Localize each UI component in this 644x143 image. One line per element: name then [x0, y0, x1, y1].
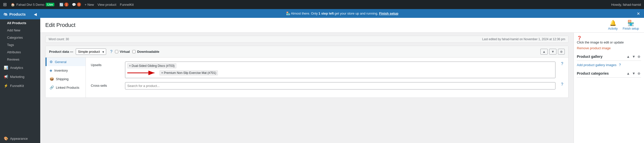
cross-sells-search-input[interactable] [125, 82, 555, 89]
gallery-section-controls: ▲ ▼ ⊕ [626, 54, 641, 59]
product-data-nav: ⚙ General ◈ Inventory 📦 Shipping [46, 58, 86, 98]
marketing-label: Marketing [10, 75, 24, 79]
admin-bar-items: 🔄 1 💬 0 + New View product FunnelKit [59, 3, 134, 7]
product-data-help-icon[interactable]: ? [110, 50, 112, 54]
updates-item[interactable]: 🔄 1 [59, 3, 68, 7]
marketing-icon: 📢 [4, 75, 8, 79]
admin-bar: ⊞ 🏠 Fahad Divi 5 Demo Live 🔄 1 💬 0 + New… [0, 0, 644, 9]
word-count-bar: Word count: 30 Last edited by fahad-hami… [45, 36, 569, 43]
updates-count: 1 [64, 3, 68, 7]
collapse-down-button[interactable]: ▼ [549, 49, 556, 55]
view-product-link[interactable]: View product [98, 3, 116, 7]
product-image-help-icon[interactable]: ❓ [577, 36, 582, 40]
notice-bar: 🏪 Almost there. Only 1 step left get you… [40, 9, 644, 18]
linked-products-icon: 🔗 [50, 85, 54, 89]
finish-setup-link[interactable]: Finish setup [379, 12, 398, 15]
sidebar-item-categories[interactable]: Categories [0, 34, 40, 41]
finish-setup-label: Finish setup [623, 27, 639, 30]
gallery-expand-button[interactable]: ⊕ [637, 54, 641, 59]
upsells-token-input[interactable]: × Dual-Sided Gliding Discs (#703) [125, 62, 555, 78]
downloadable-label: Downloadable [137, 50, 159, 54]
wp-logo-icon[interactable]: ⊞ [3, 2, 7, 7]
comments-icon: 💬 [72, 3, 76, 7]
updates-icon: 🔄 [59, 3, 63, 7]
sidebar-header: 🛍 Products ◀ [0, 9, 40, 19]
site-name[interactable]: Fahad Divi 5 Demo [16, 3, 44, 7]
last-edited-text: Last edited by fahad-hamid on November 1… [482, 37, 565, 41]
upsell-token-1[interactable]: × Dual-Sided Gliding Discs (#703) [127, 63, 176, 68]
analytics-label: Analytics [10, 66, 23, 70]
product-data-body: ⚙ General ◈ Inventory 📦 Shipping [46, 58, 568, 98]
sidebar-header-label: Products [9, 12, 26, 16]
downloadable-checkbox-group: Downloadable [132, 50, 159, 54]
cross-sells-label: Cross-sells [91, 82, 121, 87]
admin-bar-right: Howdy, fahad-hamid [611, 3, 641, 7]
product-data-header: Product data — Simple product ? Virtual … [46, 46, 568, 58]
gallery-collapse-up-button[interactable]: ▲ [626, 54, 630, 59]
main-content: 🏪 Almost there. Only 1 step left get you… [40, 9, 644, 143]
activity-button[interactable]: 🔔 Activity [608, 20, 618, 30]
sidebar-item-marketing[interactable]: 📢 Marketing [0, 72, 40, 81]
appearance-icon: 🎨 [4, 136, 8, 140]
nav-item-shipping[interactable]: 📦 Shipping [46, 75, 86, 83]
sidebar-item-attributes[interactable]: Attributes [0, 49, 40, 56]
gallery-collapse-down-button[interactable]: ▼ [631, 54, 636, 59]
red-arrow-indicator [127, 69, 157, 76]
activity-label: Activity [608, 27, 618, 30]
activity-icon: 🔔 [610, 20, 616, 26]
product-type-wrapper: Simple product [76, 49, 106, 55]
product-type-select[interactable]: Simple product [76, 49, 106, 55]
downloadable-checkbox[interactable] [132, 50, 136, 53]
categories-collapse-up-button[interactable]: ▲ [626, 71, 630, 76]
funnelkit-label: FunnelKit [10, 84, 24, 88]
notice-text2: get your store up and running. [335, 12, 378, 15]
expand-button[interactable]: ⊕ [558, 49, 565, 55]
sidebar-item-all-products[interactable]: All Products [0, 19, 40, 27]
greeting-text: Howdy, fahad-hamid [611, 3, 641, 7]
notice-bold: 1 step left [318, 12, 334, 15]
sidebar-item-add-new[interactable]: Add New [0, 27, 40, 34]
sidebar-item-appearance[interactable]: 🎨 Appearance [0, 134, 40, 143]
sidebar-collapse-icon[interactable]: ◀ [34, 12, 37, 16]
funnelkit-link[interactable]: FunnelKit [120, 3, 134, 7]
virtual-checkbox[interactable] [115, 50, 118, 53]
remove-product-image-link[interactable]: Remove product image [577, 46, 641, 50]
categories-collapse-down-button[interactable]: ▼ [631, 71, 636, 76]
page-title: Edit Product [45, 22, 608, 28]
sidebar-item-reviews[interactable]: Reviews [0, 56, 40, 63]
new-content-button[interactable]: + New [85, 3, 94, 7]
nav-item-general[interactable]: ⚙ General [46, 58, 86, 66]
notice-close-button[interactable]: ✕ [637, 11, 640, 16]
gallery-help-icon[interactable]: ? [619, 63, 621, 67]
header-actions: 🔔 Activity 🏪 Finish setup [608, 20, 639, 30]
word-count-text: Word count: 30 [49, 37, 69, 41]
product-gallery-section: Product gallery ▲ ▼ ⊕ Add product galler… [577, 54, 641, 67]
nav-item-inventory-label: Inventory [54, 69, 68, 72]
upsell-token-2-label: × Premium Non-Slip Exercise Mat (#701) [161, 71, 216, 75]
cross-sells-field [125, 82, 555, 89]
content-main: Word count: 30 Last edited by fahad-hami… [40, 33, 574, 143]
home-icon: 🏠 [11, 3, 15, 7]
analytics-icon: 📊 [4, 66, 8, 70]
live-badge: Live [46, 3, 54, 6]
upsell-token-2[interactable]: × Premium Non-Slip Exercise Mat (#701) [159, 70, 218, 75]
new-label: + New [85, 3, 94, 7]
add-gallery-images-link[interactable]: Add product gallery images [577, 63, 617, 67]
nav-item-linked-products[interactable]: 🔗 Linked Products [46, 83, 86, 92]
nav-item-inventory[interactable]: ◈ Inventory [46, 66, 86, 75]
sidebar-item-tags[interactable]: Tags [0, 41, 40, 49]
collapse-up-button[interactable]: ▲ [540, 49, 548, 55]
categories-section-controls: ▲ ▼ ⊕ [626, 71, 641, 76]
cross-sells-help-icon[interactable]: ? [561, 82, 563, 87]
upsells-help-icon[interactable]: ? [561, 62, 563, 66]
product-image-help-text: Click the image to edit or update [577, 40, 641, 44]
comments-item[interactable]: 💬 0 [72, 3, 81, 7]
inventory-icon: ◈ [50, 68, 52, 72]
sidebar-item-funnelkit[interactable]: ⚡ FunnelKit [0, 81, 40, 90]
virtual-checkbox-group: Virtual [115, 50, 130, 54]
categories-expand-button[interactable]: ⊕ [637, 71, 641, 76]
finish-setup-button[interactable]: 🏪 Finish setup [623, 20, 639, 30]
comments-count: 0 [77, 3, 81, 7]
sidebar-item-analytics[interactable]: 📊 Analytics [0, 63, 40, 72]
upsell-token-1-label: × Dual-Sided Gliding Discs (#703) [129, 64, 175, 68]
